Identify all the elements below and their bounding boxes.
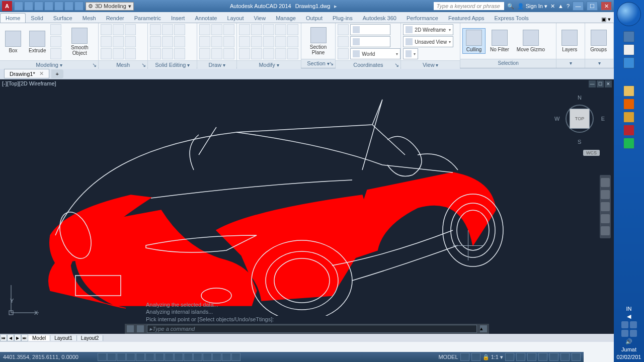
tab-output[interactable]: Output xyxy=(301,14,328,23)
move-gizmo-button[interactable]: Move Gizmo xyxy=(514,29,548,53)
tab-autodesk360[interactable]: Autodesk 360 xyxy=(358,14,401,23)
command-input[interactable]: ▸ Type a command xyxy=(147,325,477,333)
tab-plugins[interactable]: Plug-ins xyxy=(328,14,358,23)
viewcube[interactable]: N S W E TOP xyxy=(554,95,605,145)
workspace-switch-icon[interactable] xyxy=(527,353,536,361)
tab-layout1[interactable]: Layout1 xyxy=(50,335,77,341)
annovis-icon[interactable] xyxy=(505,353,514,361)
taskbar-autocad-icon[interactable] xyxy=(623,125,634,136)
panel-label-coordinates[interactable]: Coordinates↘ xyxy=(336,60,400,69)
coordinates-readout[interactable]: 4401.3554, 2815.6111, 0.0000 xyxy=(3,354,94,360)
hardware-accel-icon[interactable] xyxy=(549,353,558,361)
help-icon[interactable]: ? xyxy=(567,3,570,9)
panel-label-modeling[interactable]: Modeling ▾↘ xyxy=(0,60,98,69)
layout-prev-icon[interactable]: ◀ xyxy=(7,334,14,341)
taskbar-app-icon[interactable] xyxy=(623,112,634,123)
tab-home[interactable]: Home xyxy=(0,13,26,23)
workspace-selector[interactable]: ⚙3D Modeling▾ xyxy=(86,2,134,11)
view-sm-dropdown[interactable]: ▾ xyxy=(403,48,418,59)
quickview-layouts-icon[interactable] xyxy=(460,353,469,361)
grid-icon[interactable] xyxy=(117,353,126,361)
help-search-input[interactable]: Type a keyword or phrase xyxy=(434,2,504,10)
clock-date[interactable]: 02/02/201 xyxy=(617,354,641,360)
cmd-close-icon[interactable] xyxy=(127,325,134,332)
section-plane-button[interactable]: Section Plane xyxy=(303,26,334,56)
tab-performance[interactable]: Performance xyxy=(401,14,443,23)
tab-solid[interactable]: Solid xyxy=(26,14,48,23)
taskbar-folder-icon[interactable] xyxy=(623,85,634,97)
tab-layout2[interactable]: Layout2 xyxy=(77,335,104,341)
smooth-object-button[interactable]: Smooth Object xyxy=(63,27,96,57)
taskbar-chrome-icon[interactable] xyxy=(623,44,634,55)
full-nav-wheel-icon[interactable] xyxy=(601,178,610,187)
orbit-icon[interactable] xyxy=(601,214,610,223)
wcs-badge[interactable]: WCS xyxy=(583,150,600,156)
doc-tab-drawing1[interactable]: Drawing1*✕ xyxy=(4,69,49,78)
am-icon[interactable] xyxy=(231,353,240,361)
annoauto-icon[interactable] xyxy=(516,353,525,361)
new-tab-button[interactable]: + xyxy=(51,69,63,78)
print-icon[interactable] xyxy=(54,2,63,11)
panel-label-modify[interactable]: Modify ▾ xyxy=(237,60,300,69)
redo-icon[interactable] xyxy=(74,2,84,11)
snap-icon[interactable] xyxy=(107,353,116,361)
panel-label-draw[interactable]: Draw ▾ xyxy=(197,60,236,69)
panel-label-solid-editing[interactable]: Solid Editing ▾ xyxy=(148,60,197,69)
ucs-x-icon[interactable] xyxy=(350,24,390,35)
culling-button[interactable]: Culling xyxy=(462,28,486,54)
groups-button[interactable]: Groups xyxy=(587,29,610,53)
annotation-scale[interactable]: 🔒 1:1 ▾ xyxy=(482,354,503,360)
tab-surface[interactable]: Surface xyxy=(48,14,77,23)
tab-express-tools[interactable]: Express Tools xyxy=(490,14,534,23)
panel-exp-layers[interactable]: ▾ xyxy=(556,59,585,68)
tab-layout[interactable]: Layout xyxy=(222,14,249,23)
otrack-icon[interactable] xyxy=(165,353,174,361)
tab-annotate[interactable]: Annotate xyxy=(190,14,222,23)
ribbon-expand-icon[interactable]: ▣ ▾ xyxy=(601,16,611,23)
tab-featured-apps[interactable]: Featured Apps xyxy=(443,14,490,23)
signin-button[interactable]: 👤 Sign In ▾ xyxy=(517,3,547,10)
ucs-world-dropdown[interactable]: World▾ xyxy=(350,48,400,59)
no-filter-button[interactable]: No Filter xyxy=(487,29,512,53)
close-tab-icon[interactable]: ✕ xyxy=(39,70,44,77)
pan-icon[interactable] xyxy=(601,190,610,199)
tab-parametric[interactable]: Parametric xyxy=(129,14,166,23)
isolate-icon[interactable] xyxy=(560,353,570,361)
stayconnected-icon[interactable]: ▲ xyxy=(558,3,564,9)
taskbar-spotify-icon[interactable] xyxy=(623,138,634,149)
taskbar-firefox-icon[interactable] xyxy=(623,99,634,110)
start-button[interactable] xyxy=(617,2,641,26)
cmd-recent-icon[interactable]: ▴ xyxy=(480,325,487,332)
infocenter-icon[interactable]: 🔍 xyxy=(507,3,514,10)
sweep-icon[interactable] xyxy=(50,48,61,59)
saveas-icon[interactable] xyxy=(44,2,53,11)
polar-icon[interactable] xyxy=(136,353,145,361)
tab-manage[interactable]: Manage xyxy=(271,14,301,23)
osnap-icon[interactable] xyxy=(145,353,154,361)
box-button[interactable]: Box xyxy=(2,30,24,54)
toolbar-lock-icon[interactable] xyxy=(538,353,547,361)
tab-model[interactable]: Model xyxy=(28,335,50,341)
layout-first-icon[interactable]: ⏮ xyxy=(0,334,7,341)
exchange-icon[interactable]: ✕ xyxy=(550,3,555,10)
minimize-button[interactable]: — xyxy=(573,2,584,11)
tpy-icon[interactable] xyxy=(203,353,212,361)
panel-label-mesh[interactable]: Mesh↘ xyxy=(99,60,147,69)
model-space-button[interactable]: MODEL xyxy=(438,354,458,360)
tab-render[interactable]: Render xyxy=(101,14,129,23)
ucs-y-icon[interactable] xyxy=(350,36,390,47)
layout-next-icon[interactable]: ▶ xyxy=(14,334,21,341)
taskbar-ie-icon[interactable] xyxy=(623,57,634,68)
ortho-icon[interactable] xyxy=(126,353,135,361)
3dosnap-icon[interactable] xyxy=(155,353,164,361)
close-button[interactable]: ✕ xyxy=(601,2,612,11)
infer-icon[interactable] xyxy=(98,353,107,361)
undo-icon[interactable] xyxy=(64,2,73,11)
volume-icon[interactable]: 🔊 xyxy=(625,338,632,345)
cmd-options-icon[interactable] xyxy=(137,325,144,332)
loft-icon[interactable] xyxy=(50,36,61,47)
ducs-icon[interactable] xyxy=(174,353,183,361)
extrude-button[interactable]: Extrude xyxy=(26,30,49,54)
panel-label-section[interactable]: Section ▾↘ xyxy=(301,59,336,68)
zoom-icon[interactable] xyxy=(601,202,610,211)
